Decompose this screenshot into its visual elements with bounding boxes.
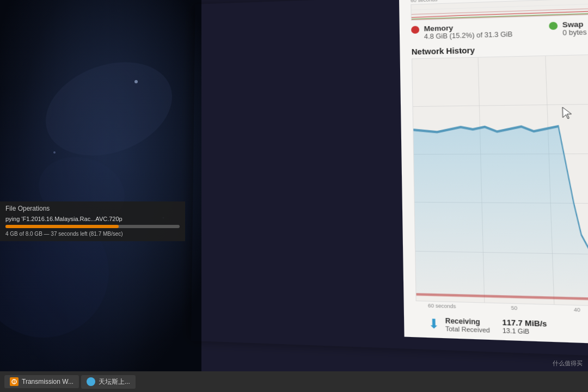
net-axis-50: 50 — [511, 305, 517, 311]
transmission-label: Transmission W... — [22, 378, 74, 385]
receiving-sublabel: Total Received — [445, 325, 490, 334]
sysmon-panel: 60 seconds 50 40 30 20 10 — [399, 0, 588, 353]
net-axis-60s: 60 seconds — [428, 303, 456, 309]
file-ops-title: File Operations — [5, 205, 180, 212]
receiving-total: 13.1 GiB — [503, 327, 530, 335]
taskbar-item-transmission[interactable]: Transmission W... — [4, 375, 79, 388]
stat-divider — [560, 328, 588, 333]
file-operations-panel: File Operations pying 'F1.2016.16.Malays… — [0, 201, 185, 241]
system-monitor-window: 60 seconds 50 40 30 20 10 — [191, 0, 588, 357]
axis-label-60s: 60 seconds — [411, 0, 437, 3]
receiving-labels: Receiving Total Received — [445, 316, 490, 333]
swap-legend-text: Swap 0 bytes (0.0%) of 31.9 GiB — [562, 18, 588, 37]
svg-point-5 — [53, 151, 56, 154]
second-app-label: 天坛斯上... — [99, 377, 130, 387]
memory-dot — [411, 26, 419, 34]
watermark-text: 什么值得买 — [553, 360, 583, 366]
swap-dot — [549, 22, 558, 30]
background-svg — [0, 0, 201, 392]
transmission-icon — [10, 377, 19, 386]
progress-bar-container — [5, 225, 180, 228]
receive-arrow-icon: ⬇ — [428, 316, 439, 332]
network-stats-bar: ⬇ Receiving Total Received 117.7 MiB/s 1… — [416, 309, 588, 352]
network-line-svg — [412, 50, 588, 313]
file-ops-info: 4 GB of 8.0 GB — 37 seconds left (81.7 M… — [5, 231, 180, 237]
network-graph — [412, 49, 588, 313]
svg-marker-10 — [413, 124, 588, 306]
memory-legend-text: Memory 4.8 GiB (15.2%) of 31.3 GiB — [424, 22, 512, 40]
second-app-icon — [87, 377, 95, 386]
file-ops-filename: pying 'F1.2016.16.Malaysia.Rac...AVC.720… — [5, 216, 180, 222]
net-axis-40: 40 — [574, 307, 580, 313]
axis-label-50: 50 — [494, 0, 500, 1]
svg-rect-0 — [0, 0, 201, 392]
memory-legend-item: Memory 4.8 GiB (15.2%) of 31.3 GiB — [411, 22, 513, 41]
taskbar-item-second[interactable]: 天坛斯上... — [81, 375, 136, 389]
receiving-values: 117.7 MiB/s 13.1 GiB — [502, 318, 547, 336]
svg-point-1 — [33, 46, 185, 172]
swap-label: Swap — [562, 18, 588, 29]
watermark: 什么值得买 — [553, 359, 583, 367]
swap-legend-item: Swap 0 bytes (0.0%) of 31.9 GiB — [549, 18, 588, 38]
photo-background — [0, 0, 201, 392]
taskbar: Transmission W... 天坛斯上... — [0, 371, 588, 392]
svg-line-8 — [412, 2, 588, 15]
progress-bar-fill — [5, 225, 119, 228]
receiving-stat-group: ⬇ Receiving Total Received — [428, 316, 490, 333]
transmission-icon-svg — [11, 379, 17, 384]
network-section: Network History — [400, 34, 588, 353]
svg-point-4 — [134, 80, 138, 83]
